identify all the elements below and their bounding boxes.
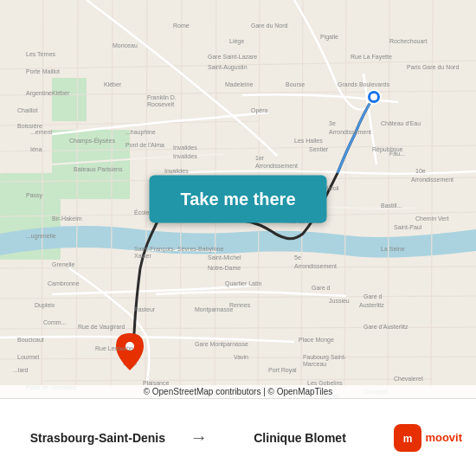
svg-text:Gare d: Gare d [312,285,331,291]
svg-text:Montparnasse: Montparnasse [195,306,233,313]
svg-text:Bastill...: Bastill... [381,203,402,209]
svg-text:Arrondissement: Arrondissement [255,163,298,169]
svg-text:...hauphine: ...hauphine [125,129,156,136]
svg-text:Sentier: Sentier [309,146,329,152]
svg-text:Dupleix: Dupleix [35,302,55,309]
svg-text:Boucicaut: Boucicaut [17,337,44,343]
svg-text:Porte Maillot: Porte Maillot [26,68,60,74]
svg-text:Vavin: Vavin [234,354,248,360]
svg-text:...lard: ...lard [13,367,29,373]
svg-text:Gare d'Austerlitz: Gare d'Austerlitz [363,324,408,330]
svg-text:Invalides: Invalides [173,153,197,159]
svg-text:Les Halles: Les Halles [294,138,323,144]
svg-text:Chaillot: Chaillot [17,107,37,113]
svg-text:Rennes: Rennes [229,302,251,308]
svg-text:3e: 3e [329,120,336,126]
svg-text:Gare d: Gare d [363,293,383,299]
map-attribution: © OpenStreetMap contributors | © OpenMap… [0,385,476,398]
svg-text:Rue de Vaugirard: Rue de Vaugirard [78,324,125,331]
svg-text:Comm...: Comm... [43,319,67,325]
svg-text:10e: 10e [415,168,426,174]
svg-text:Saint-François-: Saint-François- [134,246,176,253]
svg-text:Saint-Paul: Saint-Paul [394,224,422,230]
svg-text:Roosevelt: Roosevelt [147,101,174,107]
arrow-right-icon: → [182,428,216,447]
svg-text:Passy: Passy [26,192,43,199]
svg-text:Champs-Élysées: Champs-Élysées [69,137,115,145]
svg-text:Boissière: Boissière [17,123,42,129]
svg-text:Saint-Augustin: Saint-Augustin [208,64,248,71]
svg-text:Chevaleret: Chevaleret [394,376,423,382]
svg-text:Gare Saint-Lazare: Gare Saint-Lazare [208,54,257,60]
svg-text:Monceau: Monceau [113,42,138,48]
svg-text:Liège: Liège [229,38,244,45]
svg-text:Rochechouart: Rochechouart [389,38,428,44]
svg-text:Arrondissement: Arrondissement [411,177,453,183]
origin-label: Strasbourg-Saint-Denis [14,431,182,445]
svg-text:Kléber: Kléber [104,81,122,87]
svg-text:Bourse: Bourse [286,81,305,87]
svg-text:Arrondissement: Arrondissement [329,129,371,135]
svg-text:Iéna: Iéna [30,146,42,152]
svg-text:Grenelle: Grenelle [52,261,75,267]
svg-text:Argentine: Argentine [26,90,52,97]
svg-text:Bateaux Parisiens: Bateaux Parisiens [74,166,123,172]
svg-text:Invalides: Invalides [164,168,189,174]
svg-text:Fau...: Fau... [389,151,405,157]
svg-text:Lourmel: Lourmel [17,354,40,360]
bottom-bar: Strasbourg-Saint-Denis → Clinique Blomet… [0,398,476,476]
svg-point-28 [370,93,377,100]
svg-text:Rue La Fayette: Rue La Fayette [351,54,392,61]
destination-label: Clinique Blomet [216,431,384,445]
svg-text:Cambronne: Cambronne [48,280,80,286]
svg-text:Jussieu: Jussieu [329,298,350,304]
svg-text:Kléber: Kléber [52,90,70,96]
svg-text:Place Monge: Place Monge [299,337,334,344]
svg-text:Invalides: Invalides [173,145,197,151]
svg-text:Grands Boulevards: Grands Boulevards [338,81,389,87]
map-container: Champs-Élysées Passy Le Marais Saint-Mic… [0,0,476,398]
svg-text:m: m [403,433,413,445]
svg-text:Gare Montparnasse: Gare Montparnasse [195,341,248,348]
svg-marker-2 [52,78,87,121]
svg-text:Quartier Latin: Quartier Latin [225,280,262,287]
svg-text:Marceau: Marceau [303,361,326,367]
svg-text:Bir-Hakeim: Bir-Hakeim [52,215,82,222]
svg-text:Pigalle: Pigalle [320,34,338,41]
svg-text:Xavier: Xavier [134,253,152,259]
svg-text:Faubourg Saint-: Faubourg Saint- [303,354,347,361]
svg-text:Saint-Michel: Saint-Michel [208,254,241,261]
svg-text:1er: 1er [255,155,265,161]
svg-text:Opéra: Opéra [251,107,268,114]
svg-text:Château d'Eau: Château d'Eau [381,120,421,126]
svg-text:Les Ternes: Les Ternes [26,51,56,57]
svg-text:Madeleine: Madeleine [225,81,253,87]
svg-text:Pont de l'Alma: Pont de l'Alma [125,142,164,148]
svg-text:Arrondissement: Arrondissement [294,263,337,269]
moovit-text: moovit [425,431,462,444]
svg-text:Rome: Rome [173,23,190,29]
svg-text:Port Royal: Port Royal [268,367,297,374]
take-me-there-button[interactable]: Take me there [149,176,326,223]
svg-text:5e: 5e [294,254,301,261]
svg-text:Franklin D.: Franklin D. [147,94,177,100]
svg-text:Notre-Dame: Notre-Dame [208,265,241,271]
svg-text:Rue Lecourbe: Rue Lecourbe [95,345,133,351]
svg-text:Gare du Nord: Gare du Nord [251,23,288,29]
svg-text:...ugrenelle: ...ugrenelle [26,233,56,240]
svg-text:...ement: ...ement [30,129,52,135]
svg-text:Austerlitz: Austerlitz [359,302,384,308]
svg-text:Pasteur: Pasteur [134,306,156,312]
svg-text:La Seine: La Seine [381,246,405,252]
svg-text:Sèvres-Babylone: Sèvres-Babylone [177,246,223,253]
svg-text:Paris Gare du Nord: Paris Gare du Nord [407,64,459,70]
moovit-logo: m moovit [394,424,462,452]
moovit-icon: m [394,424,421,452]
svg-text:Chemin Vert: Chemin Vert [415,215,449,222]
